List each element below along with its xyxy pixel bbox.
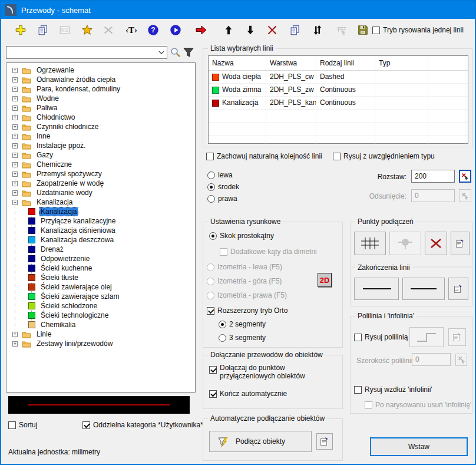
chevron-down-icon[interactable] (158, 51, 164, 55)
tree-item[interactable]: +Linie (6, 329, 193, 339)
checkbox[interactable] (354, 334, 362, 341)
column-header[interactable]: Typ (375, 56, 428, 70)
endings-settings-button[interactable] (448, 278, 468, 300)
tree-item[interactable]: +Gazy (6, 150, 193, 160)
checkbox[interactable] (8, 421, 16, 429)
delete-points-button[interactable] (425, 232, 447, 255)
tree-item[interactable]: Ścieki kuchenne (6, 263, 193, 273)
tree-item[interactable]: +Zestawy linii/przewodów (6, 339, 193, 348)
extended-ortho-checkbox[interactable]: Rozszerzony tryb Orto (207, 306, 287, 315)
rect-snap-radio[interactable]: Skok prostokątny (209, 232, 274, 240)
search-input[interactable] (6, 46, 167, 59)
tree-item[interactable]: +Para, kondensat, odmuliny (6, 84, 193, 94)
connect-objects-button[interactable]: Podłącz obiekty (209, 431, 312, 452)
expand-plus-box[interactable]: + (12, 181, 18, 186)
search-button[interactable] (170, 47, 181, 60)
checkbox[interactable] (372, 27, 380, 34)
tree-item[interactable]: +Chemiczne (6, 160, 193, 169)
mode-2d-badge[interactable]: 2D (318, 273, 332, 287)
align-left-radio[interactable]: lewa (207, 171, 233, 179)
table-empty-row[interactable] (209, 110, 468, 123)
checkbox[interactable] (209, 390, 217, 398)
expand-plus-box[interactable]: + (12, 105, 18, 111)
tree-item[interactable]: +Uzdatnianie wody (6, 188, 193, 197)
line-start-button[interactable] (354, 278, 399, 300)
sort-checkbox[interactable]: Sortuj (8, 421, 37, 429)
draw-polyline-checkbox[interactable]: Rysuj polilinią (354, 333, 408, 341)
expand-plus-box[interactable]: + (12, 153, 18, 158)
radio[interactable] (219, 321, 226, 328)
segments-2-radio[interactable]: 2 segmenty (219, 320, 266, 328)
segments-3-radio[interactable]: 3 segmenty (219, 334, 266, 342)
single-line-mode-checkbox[interactable]: Tryb rysowania jednej linii (372, 26, 464, 34)
reorder-button[interactable] (310, 22, 325, 38)
expand-plus-box[interactable]: + (12, 115, 18, 120)
checkbox[interactable] (207, 307, 214, 315)
column-header[interactable] (428, 56, 465, 70)
tree-item[interactable]: +Przemysł spożywczy (6, 169, 193, 179)
radio[interactable] (209, 232, 217, 240)
table-row[interactable]: Kanalizacja2DH_PLS_kanContinuous (209, 97, 468, 110)
draw-with-type-checkbox[interactable]: Rysuj z uwzględnieniem typu (333, 152, 435, 160)
finish-auto-checkbox[interactable]: Kończ automatycznie (209, 390, 287, 398)
remove-line-button[interactable] (265, 22, 280, 38)
properties-form-button[interactable] (57, 22, 72, 38)
auto-connect-settings-button[interactable] (316, 433, 333, 450)
tree-item[interactable]: +Wodne (6, 94, 193, 103)
radio[interactable] (207, 172, 215, 179)
tree-item[interactable]: Odpowietrzenie (6, 254, 193, 263)
tree-item[interactable]: +Czynniki chłodnicze (6, 122, 193, 131)
draw-along-infoline-checkbox[interactable]: Rysuj wzdłuż 'infolinii' (354, 385, 432, 394)
tree-item[interactable]: Chemikalia (6, 320, 193, 329)
table-empty-row[interactable] (209, 136, 468, 149)
tree-item[interactable]: +Instalacje ppoż. (6, 141, 193, 150)
tree-item[interactable]: Ścieki schłodzone (6, 301, 193, 311)
grid-points-button[interactable] (354, 232, 386, 255)
duplicate-button[interactable] (287, 22, 303, 38)
attach-points-checkbox[interactable]: Dołączaj do punktów przyłączeniowych obi… (209, 364, 339, 380)
tree-item[interactable]: Drenaż (6, 245, 193, 254)
expand-plus-box[interactable]: + (12, 96, 18, 101)
tree-item[interactable]: +Odnawialne źródła ciepła (6, 75, 193, 84)
column-header[interactable]: Warstwa (266, 56, 316, 70)
tree-item[interactable]: +Chłodnictwo (6, 113, 193, 122)
expand-plus-box[interactable]: + (12, 332, 18, 337)
tree-item[interactable]: +Paliwa (6, 103, 193, 113)
expand-plus-box[interactable]: + (12, 68, 18, 73)
table-row[interactable]: Woda ciepła2DH_PLS_cwDashed (209, 71, 468, 84)
tree-item[interactable]: Ścieki zawierające olej (6, 282, 193, 292)
filter-button[interactable] (183, 47, 194, 60)
table-empty-row[interactable] (209, 123, 468, 136)
align-right-radio[interactable]: prawa (207, 194, 237, 203)
points-settings-button[interactable] (451, 232, 470, 255)
checkbox[interactable] (206, 153, 214, 160)
search-combobox[interactable] (6, 46, 167, 59)
collapse-minus-box[interactable]: − (12, 200, 18, 205)
tree-item[interactable]: Ścieki zawierające szlam (6, 292, 193, 301)
expand-plus-box[interactable]: + (12, 87, 18, 92)
insert-button[interactable]: Wstaw (370, 437, 468, 456)
keep-order-checkbox[interactable]: Zachowuj naturalną kolejność linii (206, 152, 322, 160)
spacing-input[interactable] (411, 170, 455, 183)
line-end-button[interactable] (402, 278, 445, 300)
radio[interactable] (207, 195, 215, 203)
title-bar[interactable]: Przewody - schemat (1, 1, 475, 19)
tree-item[interactable]: +Inne (6, 131, 193, 141)
radio[interactable] (219, 334, 226, 342)
copy-line-button[interactable] (35, 22, 51, 38)
expand-plus-box[interactable]: + (12, 124, 18, 130)
checkbox[interactable] (209, 366, 217, 374)
align-center-radio[interactable]: środek (207, 183, 239, 191)
selected-lines-table[interactable]: NazwaWarstwaRodzaj liniiTypWoda ciepła2D… (208, 55, 468, 144)
tree-item[interactable]: Kanalizacja (6, 207, 193, 216)
tree-item[interactable]: Kanalizacja ciśnieniowa (6, 226, 193, 235)
spacing-pick-button[interactable] (459, 170, 471, 183)
expand-plus-box[interactable]: + (12, 143, 18, 149)
tree-item[interactable]: Ścieki technologiczne (6, 311, 193, 320)
user-category-checkbox[interactable]: Oddzielna kategoria *Użytkownika* (82, 421, 203, 429)
category-tree[interactable]: +Ogrzewanie+Odnawialne źródła ciepła+Par… (6, 62, 196, 393)
expand-plus-box[interactable]: + (12, 134, 18, 139)
checkbox[interactable] (354, 386, 362, 394)
column-header[interactable]: Rodzaj linii (316, 56, 375, 70)
column-header[interactable]: Nazwa (209, 56, 266, 70)
